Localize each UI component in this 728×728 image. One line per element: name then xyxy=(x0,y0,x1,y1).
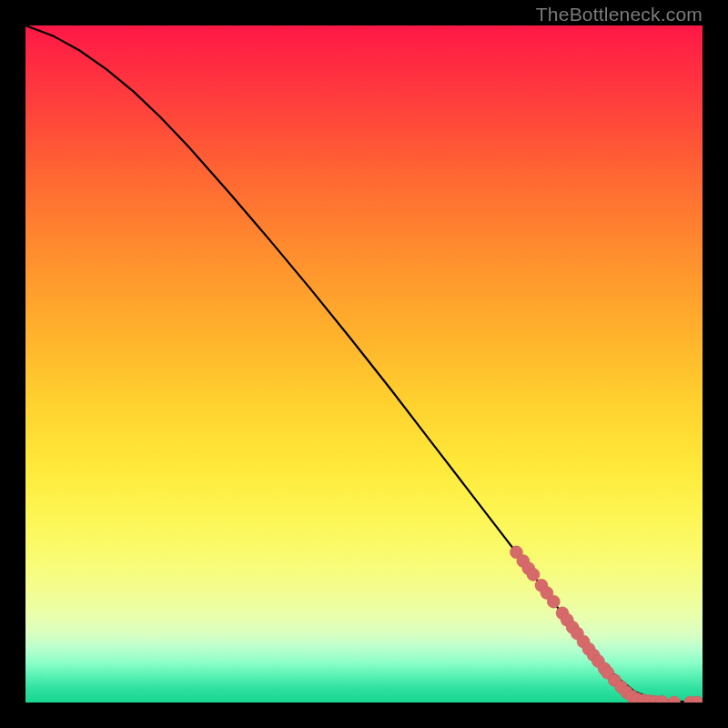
curve-line xyxy=(25,25,703,703)
chart-container: TheBottleneck.com xyxy=(0,0,728,728)
marker-point xyxy=(668,696,681,703)
plot-area xyxy=(25,25,703,703)
chart-svg xyxy=(25,25,703,703)
watermark-text: TheBottleneck.com xyxy=(536,4,703,25)
marker-point xyxy=(547,595,560,608)
marker-point xyxy=(527,568,540,581)
curve-markers xyxy=(510,546,703,703)
